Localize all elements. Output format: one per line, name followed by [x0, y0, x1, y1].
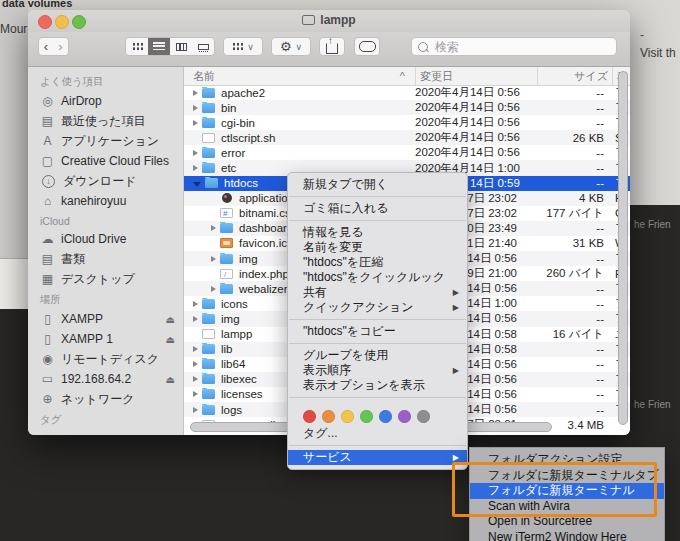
disclosure-triangle-icon[interactable] — [193, 346, 198, 352]
menu-item[interactable]: クイックアクション▶ — [288, 300, 467, 315]
tag-color-dot[interactable] — [360, 410, 373, 423]
sidebar-item[interactable]: ▤ 書類 — [28, 249, 183, 269]
disclosure-triangle-icon[interactable] — [193, 376, 198, 382]
sidebar-item[interactable]: ◎ AirDrop — [28, 91, 183, 111]
column-view-button[interactable] — [170, 38, 192, 55]
eject-icon[interactable]: ⏏ — [166, 374, 175, 385]
column-header-name[interactable]: 名前^ — [184, 67, 415, 85]
disclosure-triangle-icon[interactable] — [193, 182, 201, 187]
tag-color-dot[interactable] — [417, 410, 430, 423]
disclosure-triangle-icon[interactable] — [193, 90, 198, 96]
disclosure-triangle-icon[interactable] — [193, 301, 198, 307]
submenu-item[interactable]: New iTerm2 Window Here — [470, 530, 664, 541]
list-view-button[interactable] — [148, 38, 170, 55]
file-name: error — [221, 147, 245, 159]
search-field[interactable] — [411, 37, 617, 56]
action-menu-button[interactable]: ⚙∨ — [271, 37, 311, 56]
menu-item-tags[interactable]: タグ... — [288, 426, 467, 441]
sidebar-item[interactable]: ▢ Creative Cloud Files — [28, 151, 183, 171]
sidebar-item-label: アプリケーション — [61, 133, 175, 150]
eject-icon[interactable]: ⏏ — [166, 334, 175, 345]
group-by-button[interactable]: ∨ — [223, 37, 263, 56]
menu-item[interactable] — [289, 319, 466, 320]
vertical-scrollbar[interactable] — [618, 71, 628, 425]
file-size: -- — [537, 253, 612, 265]
disclosure-triangle-icon[interactable] — [211, 225, 216, 231]
menu-item[interactable]: 表示オプションを表示 — [288, 378, 467, 393]
sidebar-item[interactable]: ▭ 192.168.64.2 ⏏ — [28, 369, 183, 389]
file-size: 26 KB — [537, 132, 612, 144]
menu-item[interactable]: 共有▶ — [288, 285, 467, 300]
table-row[interactable]: error 2020年4月14日 0:56 -- フ — [184, 145, 630, 160]
screen: data volumes Mour - Visit th he Frien he… — [0, 0, 680, 541]
tag-color-dot[interactable] — [341, 410, 354, 423]
menu-item[interactable]: 新規タブで開く — [288, 177, 467, 192]
search-input[interactable] — [433, 39, 610, 55]
menu-item[interactable]: 情報を見る — [288, 225, 467, 240]
disclosure-triangle-icon[interactable] — [193, 150, 198, 156]
disclosure-triangle-icon[interactable] — [211, 286, 216, 292]
item-icon — [220, 284, 233, 294]
tag-color-dot[interactable] — [322, 410, 335, 423]
share-button[interactable] — [319, 37, 345, 56]
eject-icon[interactable]: ⏏ — [166, 314, 175, 325]
menu-item[interactable]: "htdocs"をコピー — [288, 324, 467, 339]
disclosure-triangle-icon[interactable] — [193, 165, 198, 171]
disclosure-triangle-icon[interactable] — [211, 256, 216, 262]
sidebar-item[interactable]: ▯ XAMPP 1 ⏏ — [28, 329, 183, 349]
table-row[interactable]: cgi-bin 2020年4月14日 0:56 -- フ — [184, 115, 630, 130]
file-size: 31 KB — [537, 237, 612, 249]
background-left-strip — [0, 0, 28, 258]
sidebar-item[interactable]: ↓ ダウンロード — [28, 171, 183, 191]
submenu-arrow-icon: ▶ — [453, 285, 459, 300]
gallery-view-icon — [198, 44, 209, 50]
column-header-size[interactable]: サイズ — [537, 67, 612, 85]
disclosure-triangle-icon[interactable] — [193, 316, 198, 322]
disclosure-triangle-icon[interactable] — [193, 105, 198, 111]
menu-item[interactable]: "htdocs"をクイックルック — [288, 270, 467, 285]
table-row[interactable]: bin 2020年4月14日 0:56 -- フ — [184, 100, 630, 115]
menu-item[interactable] — [289, 343, 466, 344]
tag-color-dot[interactable] — [303, 410, 316, 423]
date-modified: 2020年4月14日 0:56 — [415, 145, 537, 160]
menu-item-services[interactable]: サービス▶ — [288, 450, 467, 465]
sidebar-item-label: kanehiroyuu — [61, 194, 175, 208]
menu-item[interactable] — [289, 220, 466, 221]
sidebar-item[interactable]: ⊕ ネットワーク — [28, 389, 183, 409]
menu-item[interactable]: ゴミ箱に入れる — [288, 201, 467, 216]
view-switcher — [125, 37, 215, 56]
sidebar-item[interactable]: ◉ リモートディスク — [28, 349, 183, 369]
disclosure-triangle-icon[interactable] — [193, 391, 198, 397]
item-icon — [202, 118, 215, 128]
forward-button[interactable]: › — [53, 37, 69, 56]
sidebar-item[interactable]: ▤ 最近使った項目 — [28, 111, 183, 131]
back-button[interactable]: ‹ — [38, 37, 54, 56]
menu-item[interactable] — [289, 397, 466, 398]
menu-item[interactable]: 名前を変更 — [288, 240, 467, 255]
item-icon — [202, 299, 215, 309]
table-row[interactable]: apache2 2020年4月14日 0:56 -- フ — [184, 85, 630, 100]
sidebar-item[interactable]: ▯ XAMPP ⏏ — [28, 309, 183, 329]
menu-item[interactable]: グループを使用 — [288, 348, 467, 363]
column-header-date[interactable]: 変更日 — [415, 67, 537, 85]
tag-button[interactable] — [354, 37, 380, 56]
menu-item[interactable] — [289, 196, 466, 197]
tag-color-dot[interactable] — [379, 410, 392, 423]
icon-view-button[interactable] — [126, 38, 148, 55]
disclosure-triangle-icon[interactable] — [193, 120, 198, 126]
sidebar-item[interactable]: ⌂ kanehiroyuu — [28, 191, 183, 211]
sidebar-item[interactable]: A アプリケーション — [28, 131, 183, 151]
menu-item[interactable]: 表示順序▶ — [288, 363, 467, 378]
menu-item[interactable]: "htdocs"を圧縮 — [288, 255, 467, 270]
sidebar-item[interactable]: ▦ デスクトップ — [28, 269, 183, 289]
background-text: he Frien — [634, 219, 671, 230]
file-size: 260 バイト — [537, 266, 612, 281]
disclosure-triangle-icon[interactable] — [193, 361, 198, 367]
titlebar[interactable]: lampp — [28, 10, 630, 32]
sidebar-item[interactable]: ☁ iCloud Drive — [28, 229, 183, 249]
disclosure-triangle-icon[interactable] — [193, 407, 198, 413]
tag-color-dot[interactable] — [398, 410, 411, 423]
table-row[interactable]: ctlscript.sh 2020年4月14日 0:56 26 KB S — [184, 130, 630, 145]
gallery-view-button[interactable] — [192, 38, 214, 55]
sidebar-item-label: iCloud Drive — [61, 232, 175, 246]
